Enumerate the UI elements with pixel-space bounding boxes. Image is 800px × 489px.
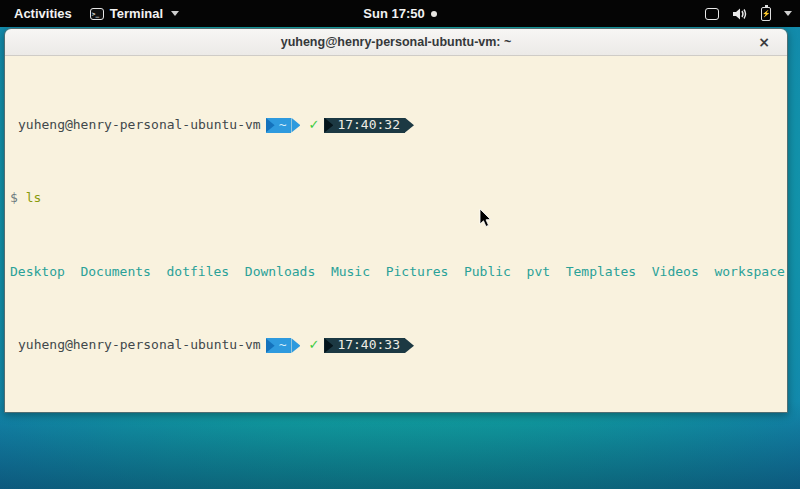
battery-charging-icon: ⚡ [761,7,771,21]
terminal-body[interactable]: yuheng@henry-personal-ubuntu-vm ~ ✓ 17:4… [5,56,787,413]
powerline-time-segment: 17:40:33 [324,338,414,353]
notification-dot-icon [431,11,437,17]
clock[interactable]: Sun 17:50 [363,6,424,21]
terminal-icon: >_ [90,8,104,20]
chevron-down-icon [784,11,792,16]
app-menu-terminal[interactable]: >_ Terminal [90,6,179,21]
text-cursor [26,412,34,413]
prompt-line: yuheng@henry-personal-ubuntu-vm ~ ✓ 17:4… [10,338,785,353]
terminal-window: yuheng@henry-personal-ubuntu-vm: ~ × yuh… [4,28,788,413]
prompt-line: yuheng@henry-personal-ubuntu-vm ~ ✓ 17:4… [10,118,785,133]
powerline-cwd-segment: ~ [266,118,301,133]
screen-icon [705,8,719,20]
ls-output: Desktop Documents dotfiles Downloads Mus… [10,265,785,280]
prompt-user-host: yuheng@henry-personal-ubuntu-vm [18,118,261,133]
status-check-icon: ✓ [308,118,319,133]
window-titlebar[interactable]: yuheng@henry-personal-ubuntu-vm: ~ × [5,29,787,56]
powerline-time-segment: 17:40:32 [324,118,414,133]
top-bar: Activities >_ Terminal Sun 17:50 ⚡ [0,0,800,27]
volume-icon [732,7,748,21]
typed-command: ls [26,191,42,206]
window-title: yuheng@henry-personal-ubuntu-vm: ~ [281,35,512,49]
powerline-cwd-segment: ~ [266,338,301,353]
chevron-down-icon [171,11,179,16]
close-icon[interactable]: × [755,33,773,51]
shell-prompt-symbol: $ [10,191,18,206]
status-check-icon: ✓ [308,338,319,353]
active-input-line[interactable]: $ [10,412,785,413]
system-tray[interactable]: ⚡ [705,0,792,27]
command-line: $ ls [10,191,785,206]
app-menu-label: Terminal [110,6,163,21]
prompt-user-host: yuheng@henry-personal-ubuntu-vm [18,338,261,353]
shell-prompt-symbol: $ [10,412,18,413]
activities-button[interactable]: Activities [10,4,76,23]
